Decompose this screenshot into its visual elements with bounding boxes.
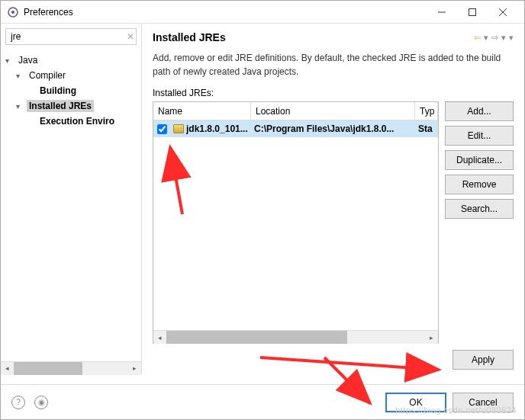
- nav-history: ⇦ ▾ ⇨ ▾ ▾: [474, 33, 514, 43]
- jre-type: Sta: [415, 123, 438, 134]
- col-location[interactable]: Location: [251, 102, 415, 120]
- jre-name: jdk1.8.0_101...: [186, 123, 248, 134]
- scroll-left-icon[interactable]: ◂: [1, 362, 14, 375]
- scroll-left-icon[interactable]: ◂: [153, 331, 166, 344]
- app-icon: [7, 6, 19, 18]
- scroll-right-icon[interactable]: ▸: [128, 362, 141, 375]
- chevron-down-icon: ▾: [16, 102, 27, 111]
- apply-button[interactable]: Apply: [453, 350, 514, 370]
- help-icon[interactable]: ?: [11, 396, 25, 409]
- search-button[interactable]: Search...: [445, 199, 514, 219]
- edit-button[interactable]: Edit...: [445, 126, 514, 146]
- tree-item-installed-jres[interactable]: ▾ Installed JREs: [1, 98, 141, 114]
- svg-point-1: [11, 11, 14, 14]
- jre-default-checkbox[interactable]: [157, 124, 167, 134]
- nav-back-icon[interactable]: ⇦: [474, 33, 481, 43]
- minimize-button[interactable]: [427, 2, 457, 23]
- table-row[interactable]: jdk1.8.0_101... C:\Program Files\Java\jd…: [153, 120, 438, 137]
- jre-icon: [173, 124, 184, 133]
- dropdown-icon[interactable]: ▾: [484, 33, 488, 43]
- col-type[interactable]: Typ: [415, 102, 438, 120]
- page-title: Installed JREs: [153, 31, 474, 43]
- nav-forward-icon[interactable]: ⇨: [491, 33, 498, 43]
- chevron-down-icon: ▾: [5, 56, 16, 65]
- scroll-right-icon[interactable]: ▸: [425, 331, 438, 344]
- sidebar-hscroll[interactable]: ◂ ▸: [1, 361, 141, 374]
- remove-button[interactable]: Remove: [445, 175, 514, 194]
- import-export-icon[interactable]: ◉: [34, 396, 48, 409]
- dropdown-icon[interactable]: ▾: [501, 33, 506, 43]
- add-button[interactable]: Add...: [445, 101, 514, 121]
- filter-input[interactable]: [9, 30, 127, 43]
- page-description: Add, remove or edit JRE definitions. By …: [153, 51, 514, 79]
- maximize-button[interactable]: [457, 2, 488, 23]
- tree-item-java[interactable]: ▾ Java: [1, 53, 141, 68]
- chevron-down-icon: ▾: [16, 72, 27, 80]
- svg-rect-3: [469, 8, 476, 15]
- menu-icon[interactable]: ▾: [509, 33, 514, 43]
- preferences-tree: ▾ Java ▾ Compiler Building ▾ Installed J…: [1, 50, 141, 361]
- filter-input-wrap[interactable]: ✕: [5, 28, 137, 45]
- duplicate-button[interactable]: Duplicate...: [445, 150, 514, 170]
- table-hscroll[interactable]: ◂ ▸: [153, 330, 438, 343]
- tree-item-building[interactable]: Building: [1, 83, 141, 98]
- tree-item-compiler[interactable]: ▾ Compiler: [1, 68, 141, 83]
- watermark: https://biog.csdn.net/u080624: [395, 406, 517, 415]
- clear-filter-icon[interactable]: ✕: [127, 31, 134, 42]
- col-name[interactable]: Name: [153, 102, 251, 120]
- jre-table: Name Location Typ jdk1.8.0_101... C:\Pro…: [153, 101, 439, 344]
- table-label: Installed JREs:: [153, 88, 514, 98]
- jre-location: C:\Program Files\Java\jdk1.8.0...: [251, 123, 415, 134]
- window-title: Preferences: [24, 7, 427, 18]
- close-button[interactable]: [488, 2, 518, 23]
- tree-item-execution-env[interactable]: Execution Enviro: [1, 114, 141, 129]
